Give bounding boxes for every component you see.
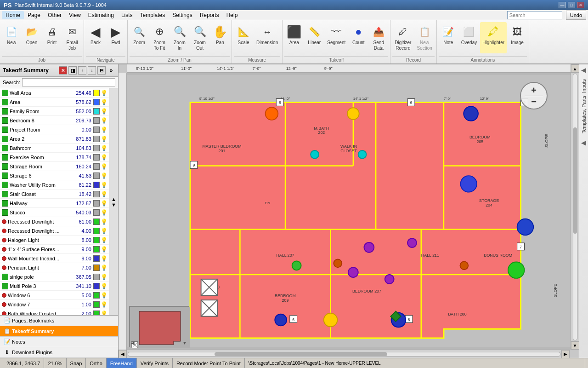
zoom-in-overlay-button[interactable]: + (531, 86, 537, 95)
menu-settings[interactable]: Settings (169, 11, 196, 19)
segment-button[interactable]: 〰 Segment (325, 22, 348, 53)
zoom-in-button[interactable]: 🔍 ZoomIn (170, 22, 189, 53)
list-item[interactable]: Storage 6 41.63 💡 (0, 171, 109, 180)
list-item[interactable]: Hallway 172.87 💡 (0, 199, 109, 208)
zoom-fit-button[interactable]: ⊕ ZoomTo Fit (150, 22, 169, 53)
status-ortho[interactable]: Ortho (86, 358, 107, 368)
print-label: Print (47, 40, 57, 46)
open-button[interactable]: 📂 Open (22, 22, 41, 53)
list-item[interactable]: Washer Utility Room 81.22 💡 (0, 180, 109, 190)
list-item[interactable]: Bathroom 104.83 💡 (0, 144, 109, 153)
list-item[interactable]: Recessed Downlight ... 4.00 💡 (0, 226, 109, 236)
image-button[interactable]: 🖼 Image (508, 22, 527, 53)
minimap-bottom-arrow[interactable]: ▼ (182, 340, 187, 345)
list-item[interactable]: Stucco 540.03 💡 (0, 208, 109, 217)
list-item[interactable]: Exercise Room 178.74 💡 (0, 153, 109, 162)
back-button[interactable]: ◀ Back (86, 22, 105, 53)
panel-btn2[interactable]: ◨ (68, 66, 77, 75)
digitizer-record-button[interactable]: 🖊 DigitizerRecord (392, 22, 413, 53)
list-item[interactable]: Bedroom 8 209.73 💡 (0, 116, 109, 125)
list-item[interactable]: Area 578.62 💡 (0, 98, 109, 107)
zoom-buttons: 🔍 Zoom ⊕ ZoomTo Fit 🔍 ZoomIn 🔍 ZoomOut ✋… (130, 22, 230, 56)
undo-button[interactable]: Undo (566, 11, 586, 20)
list-item[interactable]: Stair Closet 18.42 💡 (0, 190, 109, 199)
status-snap[interactable]: Snap (67, 358, 86, 368)
menu-templates[interactable]: Templates (136, 11, 169, 19)
menu-view[interactable]: View (65, 11, 85, 19)
list-item[interactable]: Wall Area 254.46 💡 (0, 88, 109, 98)
scroll-up-button[interactable]: ▲ (571, 64, 579, 73)
zoom-out-overlay-button[interactable]: − (531, 97, 537, 106)
takeoff-search-input[interactable] (22, 78, 115, 86)
list-item[interactable]: Multi Pole 3 341.10 💡 (0, 282, 109, 291)
list-item[interactable]: Bath Window Frosted 2.00 💡 (0, 309, 109, 315)
zoom-button[interactable]: 🔍 Zoom (130, 22, 149, 53)
tab-pages-bookmarks[interactable]: 📑 Pages, Bookmarks (0, 316, 118, 326)
list-item[interactable]: Project Room 0.00 💡 (0, 125, 109, 134)
overlay-button[interactable]: ⬜ Overlay (459, 22, 479, 53)
panel-btn4[interactable]: ↓ (88, 66, 96, 75)
count-button[interactable]: ● Count (349, 22, 368, 53)
pan-button[interactable]: ✋ Pan (210, 22, 230, 53)
panel-btn3[interactable]: ↑ (78, 66, 86, 75)
panel-hide-btn[interactable]: » (107, 66, 115, 75)
list-item[interactable]: Area 2 871.83 💡 (0, 134, 109, 144)
tab-notes[interactable]: 📝 Notes (0, 337, 118, 347)
right-panel[interactable]: ◀ Templates, Parts, Inputs ◀ (579, 64, 588, 358)
list-item[interactable]: sinlge pole 367.05 💡 (0, 272, 109, 282)
close-button[interactable]: ✕ (577, 2, 584, 8)
scroll-right-button[interactable]: ▶ (561, 350, 570, 358)
minimap-left-arrow[interactable]: ◀ (131, 340, 135, 345)
vertical-scrollbar[interactable]: ▲ ▼ (571, 64, 579, 350)
tab-plugins[interactable]: ⬇ Download Plugins (0, 347, 118, 358)
panel-btn5[interactable]: ⊟ (97, 66, 106, 75)
new-button[interactable]: 📄 New (2, 22, 21, 53)
highlighter-icon: 🖍 (486, 24, 501, 39)
menu-estimating[interactable]: Estimating (85, 11, 118, 19)
menu-reports[interactable]: Reports (196, 11, 223, 19)
scroll-left-button[interactable]: ◀ (119, 350, 127, 358)
list-item[interactable]: 1' x 4' Surface Flores... 9.00 💡 (0, 245, 109, 254)
list-item[interactable]: Halogen Light 8.00 💡 (0, 236, 109, 245)
note-button[interactable]: 📝 Note (439, 22, 458, 53)
horizontal-scrollbar[interactable]: ◀ ▶ (119, 350, 570, 358)
list-item[interactable]: Storage Room 160.24 💡 (0, 162, 109, 171)
h-scroll-thumb[interactable] (215, 352, 387, 356)
email-button[interactable]: ✉ EmailJob (62, 22, 82, 53)
menu-page[interactable]: Page (24, 11, 44, 19)
canvas-area[interactable]: 9'-10 1/2" 11'-0" 14'-1 1/2" 7'-0" 12'-9… (119, 64, 579, 358)
status-verify[interactable]: Verify Points (137, 358, 173, 368)
list-item[interactable]: Family Room 552.00 💡 (0, 107, 109, 116)
list-item[interactable]: Recessed Downlight 61.00 💡 (0, 217, 109, 226)
new-section-button[interactable]: 📋 NewSection (414, 22, 434, 53)
menu-home[interactable]: Home (2, 11, 24, 19)
zoom-divider (525, 96, 543, 96)
list-item[interactable]: Wall Mounted Incand... 9.00 💡 (0, 254, 109, 263)
status-freehand[interactable]: FreeHand (107, 358, 137, 368)
main-area: Takeoff Summary ✕ ◨ ↑ ↓ ⊟ » Search: Wall… (0, 64, 588, 358)
minimize-button[interactable]: — (559, 2, 566, 8)
list-item[interactable]: Pendant Light 7.00 💡 (0, 263, 109, 272)
fwd-button[interactable]: ▶ Fwd (106, 22, 125, 53)
list-scroll[interactable]: ▲▼ (109, 88, 118, 315)
area-button[interactable]: ⬛ Area (284, 22, 304, 53)
dimension-button[interactable]: ↔ Dimension (254, 22, 280, 53)
send-data-button[interactable]: 📤 SendData (369, 22, 388, 53)
tab-takeoff-summary[interactable]: 📋 Takeoff Summary (0, 326, 118, 337)
panel-collapse-btn[interactable]: ✕ (59, 66, 67, 75)
print-button[interactable]: 🖨 Print (42, 22, 62, 53)
linear-button[interactable]: 📏 Linear (305, 22, 324, 53)
zoom-out-button[interactable]: 🔍 ZoomOut (190, 22, 209, 53)
highlighter-button[interactable]: 🖍 Highlighter (480, 22, 507, 53)
list-item[interactable]: Window 7 1.00 💡 (0, 300, 109, 309)
menu-lists[interactable]: Lists (118, 11, 136, 19)
menu-other[interactable]: Other (44, 11, 65, 19)
scale-button[interactable]: 📐 Scale (234, 22, 253, 53)
search-input[interactable] (507, 11, 562, 19)
menu-help[interactable]: Help (223, 11, 242, 19)
maximize-button[interactable]: □ (568, 2, 575, 8)
scroll-down-button[interactable]: ▼ (571, 341, 579, 350)
item-bulb: 💡 (101, 209, 107, 216)
list-item[interactable]: Window 6 5.00 💡 (0, 291, 109, 300)
v-scroll-thumb[interactable] (573, 127, 577, 234)
